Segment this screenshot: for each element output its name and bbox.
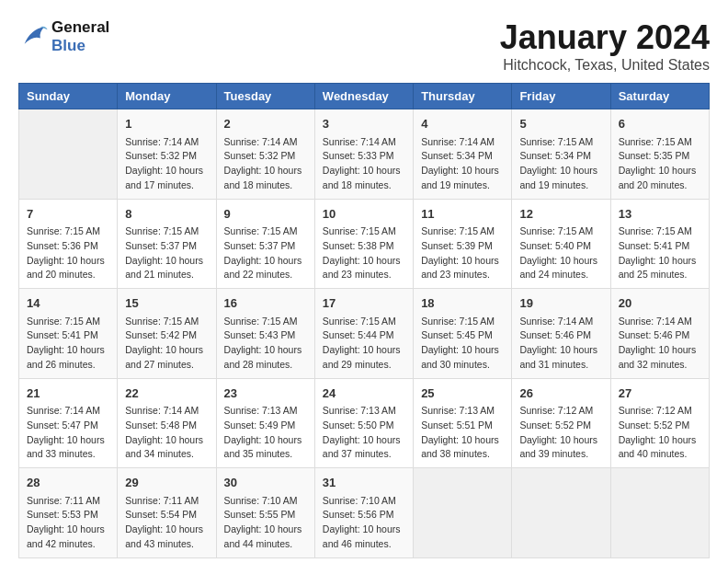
day-number: 6 xyxy=(619,115,701,133)
day-info: Sunrise: 7:14 AMSunset: 5:33 PMDaylight:… xyxy=(323,135,405,193)
calendar-cell: 19Sunrise: 7:14 AMSunset: 5:46 PMDayligh… xyxy=(512,289,610,379)
day-info: Sunrise: 7:15 AMSunset: 5:37 PMDaylight:… xyxy=(224,224,307,282)
day-info: Sunrise: 7:15 AMSunset: 5:35 PMDaylight:… xyxy=(619,135,701,193)
calendar-table: SundayMondayTuesdayWednesdayThursdayFrid… xyxy=(18,83,710,558)
calendar-cell: 20Sunrise: 7:14 AMSunset: 5:46 PMDayligh… xyxy=(610,289,709,379)
day-number: 14 xyxy=(27,294,109,313)
day-number: 21 xyxy=(27,385,109,403)
day-info: Sunrise: 7:14 AMSunset: 5:46 PMDaylight:… xyxy=(619,315,701,373)
day-number: 10 xyxy=(323,205,405,224)
calendar-week-row: 1Sunrise: 7:14 AMSunset: 5:32 PMDaylight… xyxy=(19,109,710,200)
calendar-cell: 9Sunrise: 7:15 AMSunset: 5:37 PMDaylight… xyxy=(216,199,314,289)
day-info: Sunrise: 7:14 AMSunset: 5:48 PMDaylight:… xyxy=(125,404,208,462)
day-info: Sunrise: 7:15 AMSunset: 5:41 PMDaylight:… xyxy=(619,224,701,282)
day-info: Sunrise: 7:15 AMSunset: 5:42 PMDaylight:… xyxy=(125,315,208,373)
day-info: Sunrise: 7:11 AMSunset: 5:53 PMDaylight:… xyxy=(27,494,109,552)
day-info: Sunrise: 7:15 AMSunset: 5:44 PMDaylight:… xyxy=(323,315,405,373)
calendar-cell: 2Sunrise: 7:14 AMSunset: 5:32 PMDaylight… xyxy=(216,109,314,200)
calendar-cell: 31Sunrise: 7:10 AMSunset: 5:56 PMDayligh… xyxy=(314,468,413,558)
calendar-week-row: 21Sunrise: 7:14 AMSunset: 5:47 PMDayligh… xyxy=(19,378,710,468)
day-info: Sunrise: 7:14 AMSunset: 5:32 PMDaylight:… xyxy=(125,135,208,193)
day-info: Sunrise: 7:10 AMSunset: 5:56 PMDaylight:… xyxy=(323,494,405,552)
calendar-cell: 3Sunrise: 7:14 AMSunset: 5:33 PMDaylight… xyxy=(314,109,413,200)
day-info: Sunrise: 7:15 AMSunset: 5:36 PMDaylight:… xyxy=(27,224,109,282)
day-number: 20 xyxy=(619,294,701,313)
day-number: 23 xyxy=(224,385,307,403)
day-info: Sunrise: 7:13 AMSunset: 5:50 PMDaylight:… xyxy=(323,404,405,462)
calendar-cell: 11Sunrise: 7:15 AMSunset: 5:39 PMDayligh… xyxy=(414,199,512,289)
day-info: Sunrise: 7:15 AMSunset: 5:38 PMDaylight:… xyxy=(323,224,405,282)
day-info: Sunrise: 7:13 AMSunset: 5:51 PMDaylight:… xyxy=(421,404,504,462)
calendar-cell: 8Sunrise: 7:15 AMSunset: 5:37 PMDaylight… xyxy=(118,199,216,289)
calendar-cell: 23Sunrise: 7:13 AMSunset: 5:49 PMDayligh… xyxy=(216,378,314,468)
weekday-header-row: SundayMondayTuesdayWednesdayThursdayFrid… xyxy=(19,84,710,109)
logo-line1: General xyxy=(51,18,109,37)
weekday-header: Friday xyxy=(512,84,610,109)
day-number: 3 xyxy=(323,115,405,133)
calendar-cell: 28Sunrise: 7:11 AMSunset: 5:53 PMDayligh… xyxy=(19,468,118,558)
calendar-cell: 14Sunrise: 7:15 AMSunset: 5:41 PMDayligh… xyxy=(19,289,118,379)
day-number: 30 xyxy=(224,474,307,492)
calendar-title: January 2024 xyxy=(500,18,710,57)
calendar-cell xyxy=(512,468,610,558)
day-info: Sunrise: 7:15 AMSunset: 5:40 PMDaylight:… xyxy=(519,224,602,282)
day-number: 17 xyxy=(323,294,405,313)
calendar-cell: 5Sunrise: 7:15 AMSunset: 5:34 PMDaylight… xyxy=(512,109,610,200)
calendar-subtitle: Hitchcock, Texas, United States xyxy=(500,57,710,74)
day-number: 24 xyxy=(323,385,405,403)
day-number: 15 xyxy=(125,294,208,313)
calendar-cell: 25Sunrise: 7:13 AMSunset: 5:51 PMDayligh… xyxy=(414,378,512,468)
calendar-cell: 30Sunrise: 7:10 AMSunset: 5:55 PMDayligh… xyxy=(216,468,314,558)
weekday-header: Monday xyxy=(118,84,216,109)
day-info: Sunrise: 7:13 AMSunset: 5:49 PMDaylight:… xyxy=(224,404,307,462)
calendar-cell: 18Sunrise: 7:15 AMSunset: 5:45 PMDayligh… xyxy=(414,289,512,379)
day-info: Sunrise: 7:14 AMSunset: 5:32 PMDaylight:… xyxy=(224,135,307,193)
day-number: 8 xyxy=(125,205,208,224)
day-info: Sunrise: 7:12 AMSunset: 5:52 PMDaylight:… xyxy=(519,404,602,462)
day-info: Sunrise: 7:14 AMSunset: 5:47 PMDaylight:… xyxy=(27,404,109,462)
day-number: 19 xyxy=(519,294,602,313)
day-number: 1 xyxy=(125,115,208,133)
calendar-cell: 27Sunrise: 7:12 AMSunset: 5:52 PMDayligh… xyxy=(610,378,709,468)
logo-line2: Blue xyxy=(51,37,109,55)
day-number: 22 xyxy=(125,385,208,403)
day-info: Sunrise: 7:11 AMSunset: 5:54 PMDaylight:… xyxy=(125,494,208,552)
day-number: 13 xyxy=(619,205,701,224)
calendar-week-row: 14Sunrise: 7:15 AMSunset: 5:41 PMDayligh… xyxy=(19,289,710,379)
calendar-cell: 21Sunrise: 7:14 AMSunset: 5:47 PMDayligh… xyxy=(19,378,118,468)
day-number: 12 xyxy=(519,205,602,224)
title-block: January 2024 Hitchcock, Texas, United St… xyxy=(500,18,710,74)
day-number: 25 xyxy=(421,385,504,403)
calendar-week-row: 28Sunrise: 7:11 AMSunset: 5:53 PMDayligh… xyxy=(19,468,710,558)
logo: General Blue xyxy=(18,18,109,56)
calendar-cell: 15Sunrise: 7:15 AMSunset: 5:42 PMDayligh… xyxy=(118,289,216,379)
day-info: Sunrise: 7:15 AMSunset: 5:45 PMDaylight:… xyxy=(421,315,504,373)
day-info: Sunrise: 7:15 AMSunset: 5:34 PMDaylight:… xyxy=(519,135,602,193)
day-number: 9 xyxy=(224,205,307,224)
calendar-cell: 1Sunrise: 7:14 AMSunset: 5:32 PMDaylight… xyxy=(118,109,216,200)
day-number: 26 xyxy=(519,385,602,403)
day-number: 7 xyxy=(27,205,109,224)
calendar-cell xyxy=(610,468,709,558)
day-info: Sunrise: 7:15 AMSunset: 5:43 PMDaylight:… xyxy=(224,315,307,373)
day-info: Sunrise: 7:15 AMSunset: 5:39 PMDaylight:… xyxy=(421,224,504,282)
day-number: 31 xyxy=(323,474,405,492)
calendar-cell: 12Sunrise: 7:15 AMSunset: 5:40 PMDayligh… xyxy=(512,199,610,289)
calendar-cell: 24Sunrise: 7:13 AMSunset: 5:50 PMDayligh… xyxy=(314,378,413,468)
calendar-cell: 6Sunrise: 7:15 AMSunset: 5:35 PMDaylight… xyxy=(610,109,709,200)
weekday-header: Thursday xyxy=(414,84,512,109)
calendar-cell xyxy=(19,109,118,200)
day-info: Sunrise: 7:14 AMSunset: 5:46 PMDaylight:… xyxy=(519,315,602,373)
weekday-header: Wednesday xyxy=(314,84,413,109)
day-number: 28 xyxy=(27,474,109,492)
logo-icon xyxy=(18,24,48,50)
calendar-cell: 22Sunrise: 7:14 AMSunset: 5:48 PMDayligh… xyxy=(118,378,216,468)
calendar-cell: 29Sunrise: 7:11 AMSunset: 5:54 PMDayligh… xyxy=(118,468,216,558)
day-info: Sunrise: 7:15 AMSunset: 5:41 PMDaylight:… xyxy=(27,315,109,373)
day-number: 16 xyxy=(224,294,307,313)
calendar-cell: 7Sunrise: 7:15 AMSunset: 5:36 PMDaylight… xyxy=(19,199,118,289)
day-number: 11 xyxy=(421,205,504,224)
weekday-header: Saturday xyxy=(610,84,709,109)
page-header: General Blue January 2024 Hitchcock, Tex… xyxy=(18,18,710,74)
day-info: Sunrise: 7:14 AMSunset: 5:34 PMDaylight:… xyxy=(421,135,504,193)
